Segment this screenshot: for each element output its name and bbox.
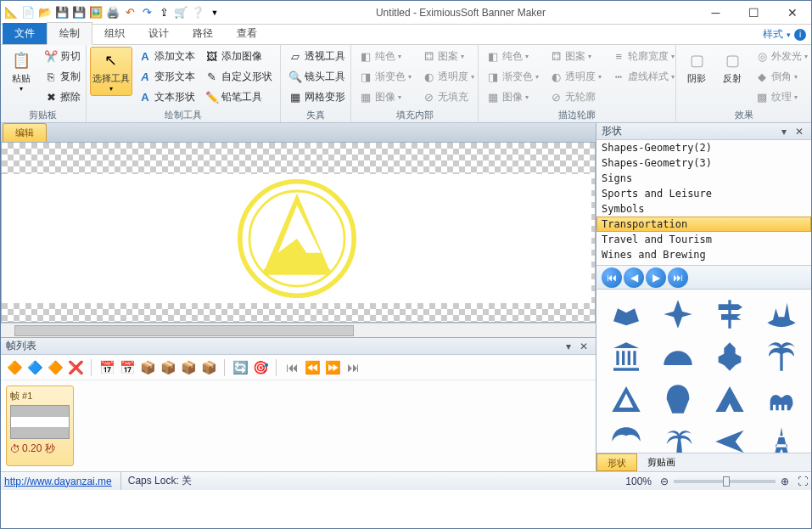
canvas-tab-edit[interactable]: 编辑 [3,123,47,142]
frame-next-icon[interactable]: ⏩ [324,359,341,376]
sidetab-clipart[interactable]: 剪贴画 [637,453,686,471]
close-button[interactable]: ✕ [773,2,811,24]
redo-icon[interactable]: ↷ [140,6,154,20]
out-opacity-button[interactable]: ◐透明度 ▾ [545,67,606,87]
tab-draw[interactable]: 绘制 [47,22,92,45]
shape-leaf-icon[interactable] [602,422,650,453]
nav-prev-icon[interactable]: ◀ [624,267,644,288]
category-item[interactable]: Sports and Leisure [596,186,811,201]
shape-pyramid-icon[interactable] [602,380,650,419]
panel-dropdown-icon[interactable]: ▾ [777,126,791,138]
transform-text-button[interactable]: A变形文本 [134,67,199,87]
canvas[interactable] [1,142,596,323]
fill-image-button[interactable]: ▦图像 ▾ [355,87,416,107]
out-gradient-button[interactable]: ◨渐变色 ▾ [482,67,543,87]
category-item[interactable]: Shapes-Geometry(3) [596,155,811,171]
frame-t2-icon[interactable]: 📅 [119,359,136,376]
minimize-button[interactable]: ─ [697,2,735,24]
select-tool-button[interactable]: ↖选择工具▾ [90,47,132,96]
frame-del-icon[interactable]: 🔶 [47,359,64,376]
custom-shape-button[interactable]: ✎自定义形状 [201,67,277,87]
frame-loop-icon[interactable]: 🔄 [232,359,249,376]
frame-last-icon[interactable]: ⏭ [344,359,361,376]
shape-category-list[interactable]: Shapes-Geometry(2) Shapes-Geometry(3) Si… [596,140,811,266]
shape-eiffel-icon[interactable] [758,422,806,453]
reflect-button[interactable]: ▢反射 [715,47,749,88]
shape-palmtree-icon[interactable] [653,422,702,453]
cart-icon[interactable]: 🛒 [174,6,188,20]
out-solid-button[interactable]: ◧纯色 ▾ [482,47,543,66]
new-icon[interactable]: 📄 [21,6,35,20]
shape-jet-icon[interactable] [706,422,754,453]
shape-tent-icon[interactable] [706,380,754,419]
fill-none-button[interactable]: ⊘无填充 [417,87,479,107]
paste-button[interactable]: 📋粘贴▾ [4,47,38,96]
erase-button[interactable]: ✖擦除 [40,87,85,107]
undo-icon[interactable]: ↶ [123,6,137,20]
category-item[interactable]: Wines and Brewing [596,247,811,262]
banner-logo[interactable] [238,179,356,298]
canvas-tab-blank[interactable] [83,127,120,142]
fill-solid-button[interactable]: ◧纯色 ▾ [355,47,416,66]
nav-next-icon[interactable]: ▶ [646,267,666,288]
out-width-button[interactable]: ≡轮廓宽度 ▾ [608,47,679,66]
add-image-button[interactable]: 🖼添加图像 [201,47,277,66]
info-icon[interactable]: i [794,29,806,41]
out-dash-button[interactable]: ┅虚线样式 ▾ [608,67,679,87]
panel-dropdown-icon[interactable]: ▾ [562,340,575,352]
tab-view[interactable]: 查看 [225,23,269,44]
fill-opacity-button[interactable]: ◐透明度 ▾ [417,67,479,87]
shape-signpost-icon[interactable] [706,295,754,334]
lens-button[interactable]: 🔍镜头工具 [284,67,350,87]
frame-prev-icon[interactable]: ⏪ [304,359,321,376]
shape-columns-icon[interactable] [602,337,650,376]
export-icon[interactable]: 🖼️ [89,6,103,20]
text-shape-button[interactable]: A文本形状 [134,87,199,107]
frame-t3-icon[interactable]: 📦 [139,359,156,376]
copy-button[interactable]: ⎘复制 [40,67,85,87]
frame-t5-icon[interactable]: 📦 [180,359,197,376]
frame-dup-icon[interactable]: 🔷 [26,359,43,376]
category-item-selected[interactable]: Transportation [596,217,811,232]
frame-t1-icon[interactable]: 📅 [98,359,115,376]
frame-time-icon[interactable]: 🎯 [252,359,269,376]
category-item[interactable]: Travel and Tourism [596,232,811,247]
shape-statue-icon[interactable] [706,337,754,376]
tab-organize[interactable]: 组织 [92,23,137,44]
zoom-fit-icon[interactable]: ⛶ [798,476,808,487]
panel-close-icon[interactable]: ✕ [577,340,591,352]
shape-palm-icon[interactable] [758,337,806,376]
zoom-out-icon[interactable]: ⊖ [660,476,669,487]
sidetab-shapes[interactable]: 形状 [596,453,637,471]
category-item[interactable]: Shapes-Geometry(2) [596,140,811,155]
saveall-icon[interactable]: 💾 [72,6,86,20]
pencil-button[interactable]: ✏️铅笔工具 [201,87,277,107]
scrollbar-thumb[interactable] [14,325,354,336]
category-item[interactable]: Signs [596,171,811,186]
zoom-slider[interactable] [674,480,776,483]
shadow-button[interactable]: ▢阴影 [680,47,714,88]
tab-file[interactable]: 文件 [3,23,47,44]
open-icon[interactable]: 📂 [38,6,52,20]
outglow-button[interactable]: ◎外发光 ▾ [751,47,812,66]
zoom-in-icon[interactable]: ⊕ [781,476,789,487]
shape-camel-icon[interactable] [758,380,806,419]
perspective-button[interactable]: ▱透视工具 [284,47,350,66]
shape-gondola-icon[interactable] [758,295,806,334]
texture-button[interactable]: ▩纹理 ▾ [751,87,812,107]
mesh-button[interactable]: ▦网格变形 [284,87,350,107]
zoom-control[interactable]: ⊖ ⊕ [660,476,789,487]
print-icon[interactable]: 🖨️ [106,6,120,20]
qat-dropdown-icon[interactable]: ▼ [208,6,221,20]
style-dropdown[interactable]: 样式 [763,27,783,42]
shape-pharaoh-icon[interactable] [653,380,702,419]
panel-close-icon[interactable]: ✕ [792,126,806,138]
frame-first-icon[interactable]: ⏮ [283,359,300,376]
fill-pattern-button[interactable]: ⚃图案 ▾ [417,47,479,66]
shape-fan-icon[interactable] [653,337,702,376]
cut-button[interactable]: ✂️剪切 [40,47,85,66]
category-item[interactable]: Symbols [596,201,811,217]
canvas-tab-blank[interactable] [47,127,83,142]
frame-item[interactable]: 帧 #1 ⏱0.20 秒 [6,385,74,466]
fill-gradient-button[interactable]: ◨渐变色 ▾ [355,67,416,87]
